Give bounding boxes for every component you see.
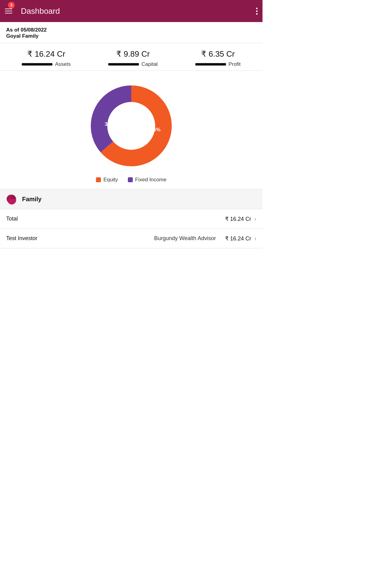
total-right: ₹ 16.24 Cr ›	[225, 215, 256, 222]
equity-pct-label: 63.6%	[146, 127, 161, 132]
notification-badge[interactable]: 3	[8, 2, 15, 9]
assets-bar	[22, 63, 52, 66]
family-section-header: Family	[0, 189, 263, 209]
profit-label: Profit	[228, 61, 241, 67]
donut-chart: 36.4% 63.6%	[85, 80, 177, 172]
capital-value: ₹ 9.89 Cr	[116, 49, 150, 59]
profit-stat: ₹ 6.35 Cr Profit	[195, 49, 241, 67]
capital-bar-row: Capital	[108, 61, 158, 67]
assets-label: Assets	[55, 61, 71, 67]
page-title: Dashboard	[21, 6, 60, 16]
advisor-name: Burgundy Wealth Advisor	[154, 235, 216, 242]
equity-legend-label: Equity	[103, 177, 118, 183]
chart-legend: Equity Fixed Income	[96, 177, 166, 183]
profit-bar-row: Profit	[195, 61, 241, 67]
total-value: ₹ 16.24 Cr	[225, 216, 251, 222]
investor-row[interactable]: Test Investor Burgundy Wealth Advisor ₹ …	[0, 229, 263, 248]
investor-chevron-icon: ›	[254, 235, 256, 242]
investor-name: Test Investor	[6, 235, 37, 242]
app-header: 3 Dashboard	[0, 0, 263, 22]
fixed-income-pct-label: 36.4%	[105, 121, 119, 127]
info-bar: As of 05/08/2022 Goyal Family	[0, 22, 263, 43]
total-label: Total	[6, 216, 18, 222]
equity-legend-dot	[96, 177, 101, 182]
donut-svg: 36.4% 63.6%	[85, 80, 177, 172]
stats-row: ₹ 16.24 Cr Assets ₹ 9.89 Cr Capital ₹ 6.…	[0, 43, 263, 71]
fixed-income-legend-label: Fixed Income	[135, 177, 167, 183]
more-options-button[interactable]	[256, 8, 258, 15]
header-left: 3 Dashboard	[5, 6, 60, 16]
fixed-income-legend-item: Fixed Income	[128, 177, 167, 183]
total-chevron-icon: ›	[254, 215, 256, 222]
menu-button[interactable]	[5, 9, 12, 13]
profit-value: ₹ 6.35 Cr	[201, 49, 235, 59]
date-label: As of 05/08/2022	[6, 27, 256, 33]
assets-value: ₹ 16.24 Cr	[27, 49, 65, 59]
family-section-label: Family	[22, 196, 41, 203]
investor-value: ₹ 16.24 Cr	[225, 235, 251, 242]
total-row[interactable]: Total ₹ 16.24 Cr ›	[0, 209, 263, 229]
capital-label: Capital	[141, 61, 158, 67]
chart-area: 36.4% 63.6% Equity Fixed Income	[0, 71, 263, 189]
family-pie-icon	[6, 194, 17, 205]
equity-legend-item: Equity	[96, 177, 118, 183]
capital-stat: ₹ 9.89 Cr Capital	[108, 49, 158, 67]
assets-bar-row: Assets	[22, 61, 71, 67]
capital-bar	[108, 63, 139, 66]
family-name: Goyal Family	[6, 33, 256, 39]
fixed-income-legend-dot	[128, 177, 133, 182]
assets-stat: ₹ 16.24 Cr Assets	[22, 49, 71, 67]
profit-bar	[195, 63, 226, 66]
investor-right: Burgundy Wealth Advisor ₹ 16.24 Cr ›	[154, 235, 257, 242]
